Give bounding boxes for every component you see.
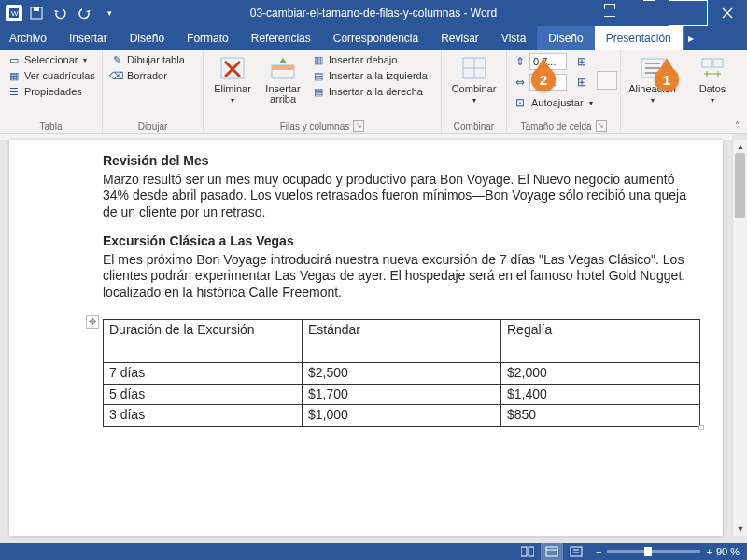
label: Seleccionar <box>24 54 78 65</box>
table-header-cell[interactable]: Estándar <box>303 320 501 363</box>
tabs-overflow[interactable]: ▸ <box>683 26 699 50</box>
tab-table-design[interactable]: Diseño <box>537 26 594 50</box>
svg-rect-18 <box>702 59 712 67</box>
table-cell[interactable]: 7 días <box>104 363 303 385</box>
label: Insertar arriba <box>260 84 306 105</box>
tab-insert[interactable]: Insertar <box>58 26 119 50</box>
group-label-cell-size: Tamaño de celda↘ <box>513 119 614 133</box>
tab-design[interactable]: Diseño <box>119 26 176 50</box>
undo-button[interactable] <box>50 3 71 23</box>
table-cell[interactable]: $2,500 <box>303 363 501 385</box>
group-label-merge: Combinar <box>447 119 500 133</box>
group-label-table: Tabla <box>6 119 96 133</box>
launcher-icon[interactable]: ↘ <box>596 120 607 132</box>
tab-references[interactable]: Referencias <box>240 26 322 50</box>
properties-button[interactable]: ☰Propiedades <box>6 84 97 99</box>
data-icon <box>698 54 726 82</box>
qat-customize[interactable]: ▾ <box>99 3 120 23</box>
insert-left-button[interactable]: ▤Insertar a la izquierda <box>310 68 430 83</box>
table-header-cell[interactable]: Regalía <box>501 320 700 363</box>
read-mode-button[interactable] <box>516 543 539 560</box>
window-controls <box>590 0 747 26</box>
table-cell[interactable]: $1,700 <box>303 384 501 405</box>
tab-file[interactable]: Archivo <box>0 26 58 50</box>
scroll-thumb[interactable] <box>735 153 745 218</box>
combine-icon <box>460 54 488 82</box>
label: Propiedades <box>24 86 82 97</box>
collapse-ribbon-button[interactable]: ˄ <box>729 119 744 132</box>
table-row[interactable]: 5 días $1,700 $1,400 <box>104 384 700 405</box>
table-row[interactable]: 7 días $2,500 $2,000 <box>104 363 700 385</box>
tab-view[interactable]: Vista <box>490 26 537 50</box>
table-row[interactable]: Duración de la Excursión Estándar Regalí… <box>104 320 700 363</box>
svg-rect-19 <box>713 59 723 67</box>
minimize-button[interactable] <box>629 0 669 26</box>
status-bar: − + 90 % <box>0 543 747 560</box>
insert-above-button[interactable]: Insertar arriba <box>260 52 306 105</box>
ribbon-tabs: Archivo Insertar Diseño Formato Referenc… <box>0 26 747 50</box>
scroll-up-button[interactable]: ▲ <box>733 140 747 153</box>
zoom-out-button[interactable]: − <box>596 546 601 557</box>
table-move-handle[interactable]: ✥ <box>86 315 99 329</box>
insert-below-button[interactable]: ▥Insertar debajo <box>310 52 430 67</box>
svg-rect-24 <box>571 547 582 556</box>
print-layout-button[interactable] <box>541 543 563 560</box>
table-cell[interactable]: 5 días <box>104 384 303 405</box>
table-cell[interactable]: $850 <box>501 405 700 427</box>
group-table: ▭Seleccionar▾ ▦Ver cuadrículas ☰Propieda… <box>0 50 103 133</box>
table-resize-handle[interactable] <box>698 425 704 430</box>
group-merge: Combinar▾ Combinar <box>442 50 507 133</box>
label: Insertar a la izquierda <box>329 70 428 81</box>
maximize-button[interactable] <box>669 0 708 26</box>
draw-table-icon: ✎ <box>110 53 123 66</box>
eraser-icon: ⌫ <box>110 69 123 82</box>
distribute-cols-button[interactable]: ⊞ <box>574 76 589 89</box>
table-cell[interactable]: 3 días <box>104 405 303 427</box>
vertical-scrollbar[interactable]: ▲ ▼ <box>732 140 747 536</box>
draw-table-button[interactable]: ✎Dibujar tabla <box>108 52 187 67</box>
insert-above-icon <box>269 54 297 82</box>
insert-right-button[interactable]: ▤Insertar a la derecha <box>310 84 430 99</box>
gridlines-icon: ▦ <box>7 69 21 82</box>
view-gridlines-button[interactable]: ▦Ver cuadrículas <box>6 68 97 83</box>
distribute-rows-button[interactable]: ⊞ <box>574 55 589 68</box>
table-cell[interactable]: $1,400 <box>501 384 700 405</box>
excursion-table[interactable]: Duración de la Excursión Estándar Regalí… <box>103 319 700 427</box>
label: Datos▾ <box>699 84 726 105</box>
tab-review[interactable]: Revisar <box>430 26 490 50</box>
group-label-data <box>690 119 735 133</box>
tab-format[interactable]: Formato <box>176 26 240 50</box>
launcher-icon[interactable]: ↘ <box>353 120 364 132</box>
save-button[interactable] <box>26 3 47 23</box>
table-cell[interactable]: $1,000 <box>303 405 501 427</box>
word-app-icon: W <box>8 7 20 19</box>
zoom-level[interactable]: 90 % <box>716 546 740 557</box>
table-row[interactable]: 3 días $1,000 $850 <box>104 405 700 427</box>
tab-table-layout[interactable]: Presentación <box>595 26 683 50</box>
scroll-down-button[interactable]: ▼ <box>733 523 747 536</box>
combine-button[interactable]: Combinar▾ <box>451 52 498 105</box>
web-layout-button[interactable] <box>565 543 587 560</box>
zoom-in-button[interactable]: + <box>706 546 712 557</box>
zoom-slider[interactable] <box>607 550 700 553</box>
tab-mailings[interactable]: Correspondencia <box>322 26 430 50</box>
eraser-button[interactable]: ⌫Borrador <box>108 68 187 83</box>
delete-button[interactable]: Eliminar▾ <box>209 52 256 105</box>
autofit-button[interactable]: Autoajustar▾ <box>529 96 595 109</box>
table-cell[interactable]: $2,000 <box>501 363 700 385</box>
group-label-alignment <box>627 119 678 133</box>
zoom-slider-knob[interactable] <box>644 547 652 556</box>
label: Borrador <box>127 70 167 81</box>
ribbon-display-options[interactable] <box>590 0 629 26</box>
paragraph-2: El mes próximo Bon Voyage introducirá nu… <box>103 252 690 301</box>
svg-rect-21 <box>529 547 534 556</box>
select-button[interactable]: ▭Seleccionar▾ <box>6 52 97 67</box>
document-page[interactable]: Revisión del Mes Marzo resultó ser un me… <box>9 140 723 536</box>
table-header-cell[interactable]: Duración de la Excursión <box>104 320 303 363</box>
data-button[interactable]: Datos▾ <box>694 52 731 105</box>
close-button[interactable] <box>708 0 747 26</box>
redo-button[interactable] <box>75 3 95 23</box>
system-menu[interactable]: W <box>6 5 22 21</box>
svg-rect-10 <box>272 65 294 70</box>
read-mode-icon <box>521 546 534 557</box>
